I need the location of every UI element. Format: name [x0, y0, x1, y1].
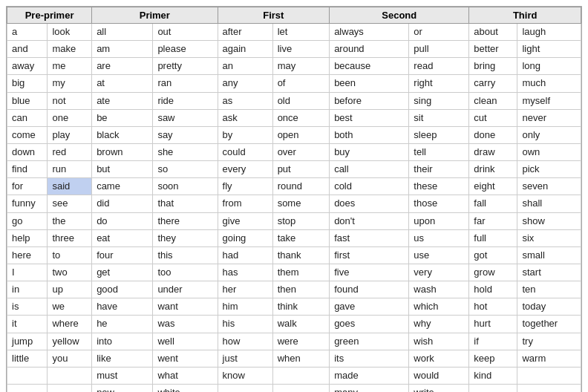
word-cell: hold	[469, 281, 517, 298]
word-cell: grow	[469, 264, 517, 281]
word-cell: saw	[153, 109, 218, 126]
word-cell: eight	[469, 178, 517, 195]
word-cell: kind	[469, 367, 517, 384]
word-cell: draw	[469, 143, 517, 160]
word-cell	[7, 367, 48, 384]
word-cell: any	[218, 75, 272, 92]
word-cell: read	[409, 58, 469, 75]
word-cell: good	[92, 281, 153, 298]
word-cell	[48, 367, 92, 384]
word-cell: so	[153, 161, 218, 178]
word-cell: drink	[469, 161, 517, 178]
word-cell: after	[218, 24, 272, 41]
word-cell: went	[153, 350, 218, 367]
word-cell: run	[48, 161, 92, 178]
word-cell: small	[517, 246, 581, 264]
word-cell: did	[92, 195, 153, 212]
word-cell: found	[330, 281, 409, 298]
word-cell: fall	[469, 195, 517, 212]
word-cell: for	[7, 178, 48, 195]
word-cell: eat	[92, 229, 153, 246]
word-cell: going	[218, 229, 272, 246]
word-cell: buy	[330, 143, 409, 160]
word-cell: if	[469, 333, 517, 350]
word-cell: black	[92, 126, 153, 143]
word-cell: sing	[409, 92, 469, 109]
word-cell: warm	[517, 350, 581, 367]
word-cell: up	[48, 281, 92, 298]
word-cell: bring	[469, 58, 517, 75]
word-cell: call	[330, 161, 409, 178]
word-cell: ride	[153, 92, 218, 109]
word-cell: new	[92, 384, 153, 392]
word-cell	[517, 367, 581, 384]
word-cell: first	[330, 246, 409, 264]
word-cell: does	[330, 195, 409, 212]
word-cell: always	[330, 24, 409, 41]
word-cell: from	[218, 195, 272, 212]
word-cell: open	[272, 126, 329, 143]
word-cell: red	[48, 143, 92, 160]
word-cell: write	[409, 384, 469, 392]
word-cell: full	[469, 229, 517, 246]
word-cell: its	[330, 350, 409, 367]
word-cell: it	[7, 316, 48, 333]
word-cell: far	[469, 212, 517, 229]
word-cell: thank	[272, 246, 329, 264]
word-cell: little	[7, 350, 48, 367]
word-cell: like	[92, 350, 153, 367]
word-cell: come	[7, 126, 48, 143]
word-cell	[272, 384, 329, 392]
word-cell: to	[48, 246, 92, 264]
word-cell: what	[153, 367, 218, 384]
word-cell: clean	[469, 92, 517, 109]
word-cell: she	[153, 143, 218, 160]
word-cell: help	[7, 229, 48, 246]
word-cell: today	[517, 298, 581, 316]
word-cell: fast	[330, 229, 409, 246]
word-cell: ten	[517, 281, 581, 298]
word-cell: light	[517, 41, 581, 58]
header-third: Third	[469, 7, 581, 24]
word-cell: play	[48, 126, 92, 143]
word-cell: laugh	[517, 24, 581, 41]
word-cell: funny	[7, 195, 48, 212]
word-cell: then	[272, 281, 329, 298]
word-cell: hurt	[469, 316, 517, 333]
word-cell: at	[92, 75, 153, 92]
word-cell: him	[218, 298, 272, 316]
word-cell: white	[153, 384, 218, 392]
word-cell: upon	[409, 212, 469, 229]
word-cell	[7, 384, 48, 392]
word-cell: why	[409, 316, 469, 333]
word-cell: tell	[409, 143, 469, 160]
word-cell: been	[330, 75, 409, 92]
word-cell: because	[330, 58, 409, 75]
word-cell: own	[517, 143, 581, 160]
word-cell: old	[272, 92, 329, 109]
word-cell: he	[92, 316, 153, 333]
word-cell: by	[218, 126, 272, 143]
word-cell: only	[517, 126, 581, 143]
word-cell: around	[330, 41, 409, 58]
word-cell: be	[92, 109, 153, 126]
word-cell: those	[409, 195, 469, 212]
word-cell: three	[48, 229, 92, 246]
word-cell: is	[7, 298, 48, 316]
word-cell: them	[272, 264, 329, 281]
word-cell: both	[330, 126, 409, 143]
word-cell: not	[48, 92, 92, 109]
word-cell: there	[153, 212, 218, 229]
word-cell: ran	[153, 75, 218, 92]
word-cell: well	[153, 333, 218, 350]
word-cell: may	[272, 58, 329, 75]
word-cell: had	[218, 246, 272, 264]
word-cell	[469, 384, 517, 392]
word-cell: make	[48, 41, 92, 58]
word-cell: pull	[409, 41, 469, 58]
word-cell: don't	[330, 212, 409, 229]
word-cell: they	[153, 229, 218, 246]
word-cell: best	[330, 109, 409, 126]
word-cell: before	[330, 92, 409, 109]
word-cell: fly	[218, 178, 272, 195]
